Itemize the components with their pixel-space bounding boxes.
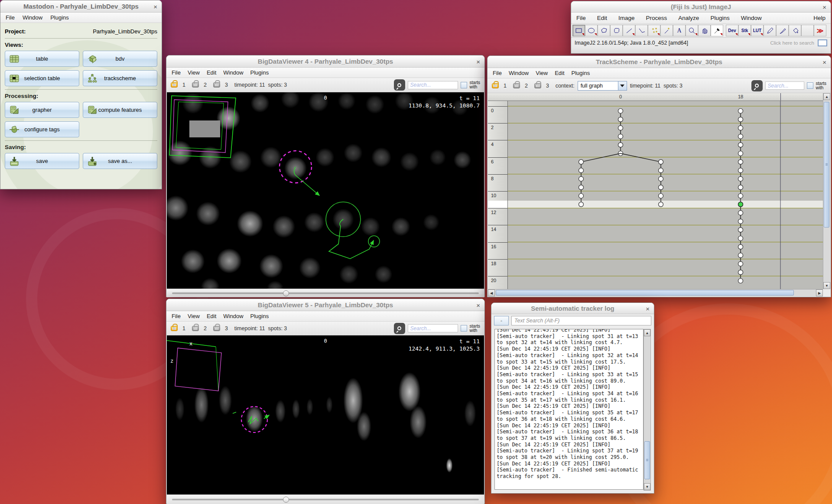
menu-view[interactable]: View — [536, 70, 548, 76]
menu-plugins[interactable]: Plugins — [710, 15, 729, 21]
search-button[interactable] — [394, 323, 405, 334]
scroll-down-button[interactable]: ▼ — [644, 483, 650, 490]
save-button[interactable]: save — [5, 153, 79, 169]
slider-thumb[interactable] — [283, 290, 289, 296]
freehand-tool[interactable] — [610, 25, 623, 36]
menu-help[interactable]: Help — [813, 15, 826, 21]
grapher-button[interactable]: grapher — [5, 102, 79, 118]
trackscheme-button[interactable]: trackscheme — [83, 70, 157, 86]
lock-3-icon[interactable] — [213, 82, 220, 88]
spare-tool-slot[interactable] — [801, 25, 814, 36]
menu-image[interactable]: Image — [618, 15, 635, 21]
menu-edit[interactable]: Edit — [207, 313, 216, 319]
rectangle-tool[interactable] — [572, 25, 585, 36]
mastodon-titlebar[interactable]: Mastodon - Parhyale_LimbDev_30tps × — [0, 0, 162, 13]
close-icon[interactable]: × — [476, 302, 480, 308]
close-icon[interactable]: × — [822, 3, 826, 10]
scroll-up-button[interactable]: ▲ — [644, 329, 650, 336]
zoom-tool[interactable] — [686, 25, 698, 36]
bdv4-time-slider[interactable] — [167, 289, 484, 297]
trackscheme-graph[interactable] — [508, 101, 824, 289]
close-icon[interactable]: × — [153, 3, 157, 10]
search-button[interactable] — [394, 79, 405, 91]
log-filter-button[interactable]: ▫ — [494, 316, 509, 325]
menu-plugins[interactable]: Plugins — [572, 70, 590, 76]
lock-2-icon[interactable] — [192, 82, 199, 88]
menu-window[interactable]: Window — [23, 14, 42, 21]
stack-tool[interactable]: Stk — [738, 25, 751, 36]
menu-window[interactable]: Window — [741, 15, 762, 21]
menu-file[interactable]: File — [6, 14, 15, 21]
configure-tags-button[interactable]: configure tags — [5, 121, 79, 137]
compute-features-button[interactable]: compute features — [83, 102, 157, 118]
selection-table-button[interactable]: selection table — [5, 70, 79, 86]
save-as-button[interactable]: save as... — [83, 153, 157, 169]
scrollbar-thumb[interactable] — [496, 290, 794, 296]
imagej-titlebar[interactable]: (Fiji Is Just) ImageJ × — [571, 1, 831, 13]
menu-edit[interactable]: Edit — [555, 70, 564, 76]
bdv4-titlebar[interactable]: BigDataViewer 4 - Parhyale_LimbDev_30tps… — [166, 55, 484, 68]
text-tool[interactable]: A — [673, 25, 686, 36]
log-text-area[interactable]: [Sun Dec 14 22:45:19 CET 2025] [INFO] [S… — [494, 329, 644, 490]
scrollbar-thumb[interactable] — [824, 102, 829, 228]
menu-plugins[interactable]: Plugins — [250, 313, 269, 319]
close-icon[interactable]: × — [476, 58, 480, 65]
lock-1-icon[interactable] — [171, 326, 178, 331]
menu-view[interactable]: View — [188, 69, 200, 76]
lock-3-icon[interactable] — [213, 326, 220, 331]
search-input[interactable] — [408, 324, 458, 332]
starts-with-checkbox[interactable] — [461, 82, 467, 88]
menu-file[interactable]: File — [576, 15, 586, 21]
menu-file[interactable]: File — [172, 313, 181, 319]
lock-1-icon[interactable] — [492, 83, 499, 88]
starts-with-checkbox[interactable] — [461, 325, 467, 332]
color-picker-tool[interactable] — [711, 25, 723, 36]
close-icon[interactable]: × — [822, 59, 826, 65]
vertical-scrollbar[interactable]: ▲ ▼ — [823, 93, 830, 289]
dropdown-button[interactable] — [618, 81, 627, 90]
brush-tool[interactable] — [776, 25, 789, 36]
polygon-tool[interactable] — [598, 25, 610, 36]
trackscheme-titlebar[interactable]: TrackScheme - Parhyale_LimbDev_30tps × — [488, 56, 831, 68]
oval-tool[interactable] — [585, 25, 598, 36]
menu-window[interactable]: Window — [223, 313, 243, 319]
wand-tool[interactable] — [660, 25, 673, 36]
lut-tool[interactable]: LUT — [751, 25, 764, 36]
horizontal-scrollbar[interactable]: ◀ ▶ — [488, 289, 823, 296]
dev-tool[interactable]: Dev — [726, 25, 738, 36]
menu-window[interactable]: Window — [223, 69, 243, 76]
search-input[interactable] — [408, 81, 458, 89]
menu-plugins[interactable]: Plugins — [250, 69, 269, 76]
search-input[interactable] — [765, 81, 804, 90]
scroll-right-button[interactable]: ▶ — [816, 289, 823, 296]
scroll-left-button[interactable]: ◀ — [488, 289, 495, 296]
fill-tool[interactable] — [789, 25, 801, 36]
starts-with-checkbox[interactable] — [807, 82, 813, 89]
menu-plugins[interactable]: Plugins — [50, 14, 69, 21]
table-button[interactable]: table — [5, 51, 79, 67]
imagej-search-box[interactable] — [818, 39, 827, 46]
lock-2-icon[interactable] — [192, 326, 199, 331]
more-tools-button[interactable]: ≫ — [814, 25, 826, 36]
bdv5-titlebar[interactable]: BigDataViewer 5 - Parhyale_LimbDev_30tps… — [166, 299, 484, 311]
imagej-search-hint[interactable]: Click here to search — [770, 40, 814, 46]
bdv4-image-canvas[interactable]: 0 t = 11 1130.8, 934.5, 1080.7 — [167, 92, 484, 289]
bdv5-time-slider[interactable] — [167, 494, 484, 504]
point-tool[interactable] — [648, 25, 660, 36]
menu-window[interactable]: Window — [509, 70, 529, 76]
log-vertical-scrollbar[interactable]: ▲ ▼ — [644, 329, 651, 491]
menu-analyze[interactable]: Analyze — [678, 15, 699, 21]
hand-tool[interactable] — [698, 25, 711, 36]
bdv5-image-canvas[interactable]: x z 0 t = 11 1242.4, 911.3, 1025.3 — [167, 335, 484, 494]
lock-2-icon[interactable] — [513, 83, 520, 88]
lock-3-icon[interactable] — [534, 83, 541, 88]
context-dropdown[interactable]: full graph — [578, 81, 627, 91]
line-tool[interactable] — [623, 25, 635, 36]
log-titlebar[interactable]: Semi-automatic tracker log × — [491, 303, 654, 314]
menu-file[interactable]: File — [493, 70, 502, 76]
menu-edit[interactable]: Edit — [207, 69, 216, 76]
scrollbar-thumb[interactable] — [644, 441, 650, 479]
lock-1-icon[interactable] — [171, 82, 178, 88]
menu-view[interactable]: View — [188, 313, 200, 319]
close-icon[interactable]: × — [646, 305, 650, 312]
